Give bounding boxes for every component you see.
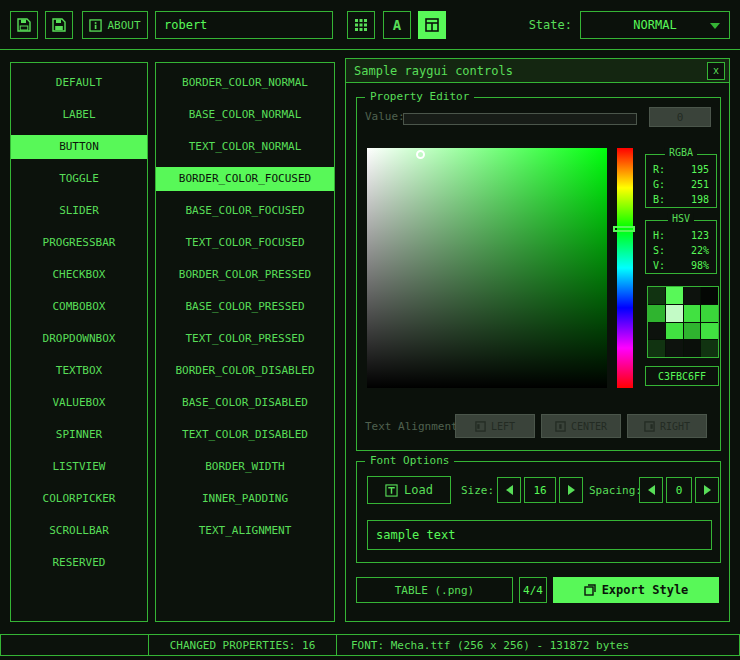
property-list-item[interactable]: BORDER_COLOR_DISABLED bbox=[156, 359, 334, 383]
h-value: 123 bbox=[691, 228, 709, 243]
spacing-value-box[interactable]: 0 bbox=[666, 477, 692, 503]
color-swatch bbox=[701, 340, 718, 357]
control-list-item[interactable]: VALUEBOX bbox=[11, 391, 147, 415]
b-label: B: bbox=[653, 192, 665, 207]
property-list-item[interactable]: TEXT_COLOR_DISABLED bbox=[156, 423, 334, 447]
size-value-box[interactable]: 16 bbox=[524, 477, 556, 503]
size-increment-button[interactable] bbox=[559, 477, 583, 503]
r-value: 195 bbox=[691, 162, 709, 177]
spacing-increment-button[interactable] bbox=[695, 477, 719, 503]
property-list-item[interactable]: BASE_COLOR_PRESSED bbox=[156, 295, 334, 319]
font-load-button[interactable]: Load bbox=[367, 476, 451, 504]
property-list-item[interactable]: TEXT_ALIGNMENT bbox=[156, 519, 334, 543]
statusbar-font-info: FONT: Mecha.ttf (256 x 256) - 131872 byt… bbox=[336, 634, 740, 656]
control-list-item[interactable]: TEXTBOX bbox=[11, 359, 147, 383]
value-slider[interactable] bbox=[403, 113, 637, 125]
hsv-panel: HSV H: 123 S: 22% V: 98% bbox=[645, 220, 717, 274]
control-list-item[interactable]: TOGGLE bbox=[11, 167, 147, 191]
control-list-item[interactable]: RESERVED bbox=[11, 551, 147, 575]
color-swatch bbox=[701, 305, 718, 322]
property-list-item[interactable]: BASE_COLOR_FOCUSED bbox=[156, 199, 334, 223]
control-list-item[interactable]: SCROLLBAR bbox=[11, 519, 147, 543]
info-icon bbox=[89, 19, 102, 32]
size-decrement-button[interactable] bbox=[497, 477, 521, 503]
hex-color-text: C3FBC6FF bbox=[658, 371, 706, 382]
property-list-item[interactable]: BORDER_COLOR_NORMAL bbox=[156, 71, 334, 95]
hue-slider[interactable] bbox=[617, 148, 633, 388]
property-list-item[interactable]: BORDER_WIDTH bbox=[156, 455, 334, 479]
align-right-button[interactable]: RIGHT bbox=[627, 414, 707, 438]
control-list-item[interactable]: SLIDER bbox=[11, 199, 147, 223]
window-titlebar[interactable]: Sample raygui controls bbox=[346, 59, 729, 83]
hsv-label: HSV bbox=[668, 213, 694, 224]
control-list-item[interactable]: DEFAULT bbox=[11, 71, 147, 95]
control-list-item-selected[interactable]: BUTTON bbox=[11, 135, 147, 159]
color-swatch bbox=[684, 287, 701, 304]
style-table-view-button[interactable] bbox=[347, 11, 375, 39]
spacing-decrement-button[interactable] bbox=[639, 477, 663, 503]
arrow-right-icon bbox=[704, 485, 711, 495]
value-box-text: 0 bbox=[677, 111, 684, 124]
align-left-icon bbox=[475, 421, 486, 432]
control-list-item[interactable]: COLORPICKER bbox=[11, 487, 147, 511]
color-swatch bbox=[666, 305, 683, 322]
spacing-spinner: 0 bbox=[639, 477, 719, 503]
control-list-item[interactable]: COMBOBOX bbox=[11, 295, 147, 319]
sample-text-input[interactable] bbox=[367, 520, 712, 550]
export-style-button[interactable]: Export Style bbox=[553, 577, 719, 603]
s-value: 22% bbox=[691, 243, 709, 258]
properties-list: BORDER_COLOR_NORMAL BASE_COLOR_NORMAL TE… bbox=[155, 62, 335, 622]
export-format-label: TABLE (.png) bbox=[395, 584, 474, 597]
arrow-right-icon bbox=[568, 485, 575, 495]
control-list-item[interactable]: DROPDOWNBOX bbox=[11, 327, 147, 351]
spacing-value: 0 bbox=[676, 484, 683, 497]
align-left-label: LEFT bbox=[491, 421, 515, 432]
align-center-label: CENTER bbox=[571, 421, 607, 432]
sample-controls-window: Sample raygui controls x Property Editor… bbox=[345, 58, 730, 622]
save-style-button[interactable] bbox=[45, 11, 73, 39]
property-list-item[interactable]: BASE_COLOR_DISABLED bbox=[156, 391, 334, 415]
color-swatch bbox=[648, 305, 665, 322]
align-center-icon bbox=[555, 421, 566, 432]
property-list-item[interactable]: BASE_COLOR_NORMAL bbox=[156, 103, 334, 127]
color-picker-panel[interactable] bbox=[367, 148, 607, 388]
about-button[interactable]: ABOUT bbox=[82, 11, 148, 39]
control-list-item[interactable]: LABEL bbox=[11, 103, 147, 127]
load-style-button[interactable] bbox=[10, 11, 38, 39]
g-value: 251 bbox=[691, 177, 709, 192]
font-a-icon: A bbox=[393, 17, 401, 33]
color-picker-cursor[interactable] bbox=[416, 150, 425, 159]
property-list-item[interactable]: TEXT_COLOR_FOCUSED bbox=[156, 231, 334, 255]
state-dropdown[interactable]: NORMAL bbox=[580, 11, 730, 39]
size-label: Size: bbox=[461, 484, 494, 497]
hue-slider-handle[interactable] bbox=[613, 226, 635, 232]
font-view-button[interactable]: A bbox=[383, 11, 411, 39]
property-list-item[interactable]: TEXT_COLOR_NORMAL bbox=[156, 135, 334, 159]
export-format-dropdown[interactable]: TABLE (.png) bbox=[356, 577, 513, 603]
arrow-left-icon bbox=[648, 485, 655, 495]
property-list-item[interactable]: TEXT_COLOR_PRESSED bbox=[156, 327, 334, 351]
font-load-label: Load bbox=[404, 483, 433, 497]
property-list-item-selected[interactable]: BORDER_COLOR_FOCUSED bbox=[156, 167, 334, 191]
window-close-button[interactable]: x bbox=[707, 62, 725, 80]
property-editor-group: Property Editor Value: 0 RGBA R: 195 bbox=[356, 97, 721, 451]
control-list-item[interactable]: CHECKBOX bbox=[11, 263, 147, 287]
align-center-button[interactable]: CENTER bbox=[541, 414, 621, 438]
pages-value: 4/4 bbox=[523, 584, 543, 597]
controls-view-button[interactable] bbox=[418, 11, 446, 39]
control-list-item[interactable]: SPINNER bbox=[11, 423, 147, 447]
style-name-input[interactable] bbox=[155, 11, 333, 39]
font-options-label: Font Options bbox=[365, 454, 454, 467]
control-list-item[interactable]: PROGRESSBAR bbox=[11, 231, 147, 255]
value-box[interactable]: 0 bbox=[649, 107, 711, 127]
g-label: G: bbox=[653, 177, 665, 192]
pages-value-box[interactable]: 4/4 bbox=[519, 577, 547, 603]
property-list-item[interactable]: INNER_PADDING bbox=[156, 487, 334, 511]
align-left-button[interactable]: LEFT bbox=[455, 414, 535, 438]
control-list-item[interactable]: LISTVIEW bbox=[11, 455, 147, 479]
color-swatch bbox=[666, 323, 683, 340]
color-swatch bbox=[684, 323, 701, 340]
property-list-item[interactable]: BORDER_COLOR_PRESSED bbox=[156, 263, 334, 287]
color-swatch bbox=[648, 287, 665, 304]
hex-color-value[interactable]: C3FBC6FF bbox=[645, 366, 719, 386]
